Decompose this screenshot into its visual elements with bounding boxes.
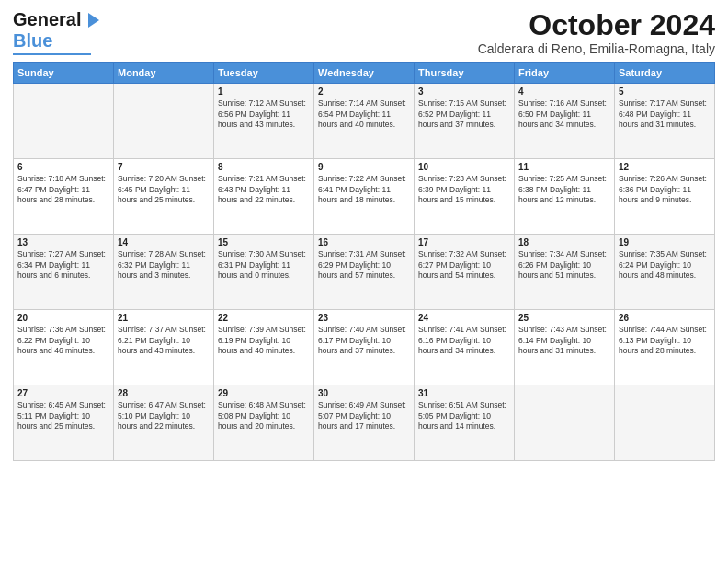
day-number: 11 bbox=[518, 162, 610, 172]
day-info: Sunrise: 6:45 AM Sunset: 5:11 PM Dayligh… bbox=[17, 400, 109, 431]
day-number: 17 bbox=[418, 237, 510, 247]
logo-triangle-icon bbox=[88, 13, 99, 28]
logo-underline bbox=[13, 53, 91, 55]
day-cell: 21Sunrise: 7:37 AM Sunset: 6:21 PM Dayli… bbox=[114, 310, 214, 385]
day-number: 9 bbox=[318, 162, 410, 172]
col-header-tuesday: Tuesday bbox=[214, 63, 314, 84]
logo-general: General bbox=[13, 9, 81, 29]
day-cell: 13Sunrise: 7:27 AM Sunset: 6:34 PM Dayli… bbox=[14, 235, 114, 310]
week-row-3: 20Sunrise: 7:36 AM Sunset: 6:22 PM Dayli… bbox=[14, 310, 715, 385]
day-cell bbox=[14, 84, 114, 159]
day-number: 13 bbox=[17, 237, 109, 247]
title-area: October 2024 Calderara di Reno, Emilia-R… bbox=[478, 9, 715, 56]
day-cell: 12Sunrise: 7:26 AM Sunset: 6:36 PM Dayli… bbox=[615, 159, 715, 235]
day-number: 21 bbox=[118, 313, 210, 323]
day-cell: 14Sunrise: 7:28 AM Sunset: 6:32 PM Dayli… bbox=[114, 235, 214, 310]
header: General Blue October 2024 Calderara di R… bbox=[13, 9, 715, 56]
day-cell: 8Sunrise: 7:21 AM Sunset: 6:43 PM Daylig… bbox=[214, 159, 314, 235]
day-info: Sunrise: 7:39 AM Sunset: 6:19 PM Dayligh… bbox=[218, 325, 310, 356]
day-cell: 1Sunrise: 7:12 AM Sunset: 6:56 PM Daylig… bbox=[214, 84, 314, 159]
day-cell: 5Sunrise: 7:17 AM Sunset: 6:48 PM Daylig… bbox=[615, 84, 715, 159]
page: General Blue October 2024 Calderara di R… bbox=[0, 0, 728, 563]
day-number: 7 bbox=[118, 162, 210, 172]
day-number: 23 bbox=[318, 313, 410, 323]
day-number: 12 bbox=[619, 162, 711, 172]
day-info: Sunrise: 7:31 AM Sunset: 6:29 PM Dayligh… bbox=[318, 249, 410, 281]
day-cell: 4Sunrise: 7:16 AM Sunset: 6:50 PM Daylig… bbox=[515, 84, 615, 159]
day-cell: 29Sunrise: 6:48 AM Sunset: 5:08 PM Dayli… bbox=[214, 385, 314, 461]
day-info: Sunrise: 7:27 AM Sunset: 6:34 PM Dayligh… bbox=[17, 249, 109, 281]
col-header-saturday: Saturday bbox=[615, 63, 715, 84]
day-cell: 15Sunrise: 7:30 AM Sunset: 6:31 PM Dayli… bbox=[214, 235, 314, 310]
day-info: Sunrise: 6:48 AM Sunset: 5:08 PM Dayligh… bbox=[218, 400, 310, 431]
day-number: 4 bbox=[518, 86, 610, 97]
day-cell bbox=[515, 385, 615, 461]
day-cell: 31Sunrise: 6:51 AM Sunset: 5:05 PM Dayli… bbox=[415, 385, 515, 461]
day-number: 24 bbox=[418, 313, 510, 323]
day-info: Sunrise: 7:20 AM Sunset: 6:45 PM Dayligh… bbox=[118, 174, 210, 205]
day-number: 26 bbox=[619, 313, 711, 323]
calendar-table: SundayMondayTuesdayWednesdayThursdayFrid… bbox=[13, 62, 715, 461]
day-info: Sunrise: 7:28 AM Sunset: 6:32 PM Dayligh… bbox=[118, 249, 210, 281]
day-number: 10 bbox=[418, 162, 510, 172]
day-info: Sunrise: 7:43 AM Sunset: 6:14 PM Dayligh… bbox=[518, 325, 610, 356]
day-cell: 10Sunrise: 7:23 AM Sunset: 6:39 PM Dayli… bbox=[415, 159, 515, 235]
day-number: 8 bbox=[218, 162, 310, 172]
logo-blue: Blue bbox=[13, 30, 52, 52]
day-info: Sunrise: 7:40 AM Sunset: 6:17 PM Dayligh… bbox=[318, 325, 410, 356]
day-number: 3 bbox=[418, 86, 510, 97]
col-header-wednesday: Wednesday bbox=[314, 63, 415, 84]
day-info: Sunrise: 7:41 AM Sunset: 6:16 PM Dayligh… bbox=[418, 325, 510, 356]
day-cell: 24Sunrise: 7:41 AM Sunset: 6:16 PM Dayli… bbox=[415, 310, 515, 385]
day-info: Sunrise: 7:18 AM Sunset: 6:47 PM Dayligh… bbox=[17, 174, 109, 205]
col-header-monday: Monday bbox=[114, 63, 214, 84]
logo: General Blue bbox=[13, 9, 99, 55]
day-info: Sunrise: 7:16 AM Sunset: 6:50 PM Dayligh… bbox=[518, 98, 610, 130]
day-number: 22 bbox=[218, 313, 310, 323]
day-number: 18 bbox=[518, 237, 610, 247]
day-number: 31 bbox=[418, 388, 510, 398]
day-cell: 3Sunrise: 7:15 AM Sunset: 6:52 PM Daylig… bbox=[415, 84, 515, 159]
day-cell: 7Sunrise: 7:20 AM Sunset: 6:45 PM Daylig… bbox=[114, 159, 214, 235]
day-number: 6 bbox=[17, 162, 109, 172]
subtitle: Calderara di Reno, Emilia-Romagna, Italy bbox=[478, 41, 715, 56]
day-number: 20 bbox=[17, 313, 109, 323]
day-cell: 18Sunrise: 7:34 AM Sunset: 6:26 PM Dayli… bbox=[515, 235, 615, 310]
day-info: Sunrise: 6:51 AM Sunset: 5:05 PM Dayligh… bbox=[418, 400, 510, 431]
day-cell: 28Sunrise: 6:47 AM Sunset: 5:10 PM Dayli… bbox=[114, 385, 214, 461]
day-number: 15 bbox=[218, 237, 310, 247]
day-info: Sunrise: 7:44 AM Sunset: 6:13 PM Dayligh… bbox=[619, 325, 711, 356]
day-info: Sunrise: 6:47 AM Sunset: 5:10 PM Dayligh… bbox=[118, 400, 210, 431]
day-number: 28 bbox=[118, 388, 210, 398]
col-header-sunday: Sunday bbox=[14, 63, 114, 84]
day-info: Sunrise: 7:15 AM Sunset: 6:52 PM Dayligh… bbox=[418, 98, 510, 130]
day-cell: 26Sunrise: 7:44 AM Sunset: 6:13 PM Dayli… bbox=[615, 310, 715, 385]
day-number: 29 bbox=[218, 388, 310, 398]
day-cell: 27Sunrise: 6:45 AM Sunset: 5:11 PM Dayli… bbox=[14, 385, 114, 461]
day-cell bbox=[615, 385, 715, 461]
day-info: Sunrise: 7:23 AM Sunset: 6:39 PM Dayligh… bbox=[418, 174, 510, 205]
day-info: Sunrise: 7:25 AM Sunset: 6:38 PM Dayligh… bbox=[518, 174, 610, 205]
day-cell: 23Sunrise: 7:40 AM Sunset: 6:17 PM Dayli… bbox=[314, 310, 415, 385]
day-number: 5 bbox=[619, 86, 711, 97]
day-cell bbox=[114, 84, 214, 159]
day-cell: 22Sunrise: 7:39 AM Sunset: 6:19 PM Dayli… bbox=[214, 310, 314, 385]
day-cell: 20Sunrise: 7:36 AM Sunset: 6:22 PM Dayli… bbox=[14, 310, 114, 385]
day-number: 25 bbox=[518, 313, 610, 323]
day-cell: 6Sunrise: 7:18 AM Sunset: 6:47 PM Daylig… bbox=[14, 159, 114, 235]
day-info: Sunrise: 7:30 AM Sunset: 6:31 PM Dayligh… bbox=[218, 249, 310, 281]
day-info: Sunrise: 7:12 AM Sunset: 6:56 PM Dayligh… bbox=[218, 98, 310, 130]
day-cell: 19Sunrise: 7:35 AM Sunset: 6:24 PM Dayli… bbox=[615, 235, 715, 310]
day-number: 16 bbox=[318, 237, 410, 247]
day-cell: 16Sunrise: 7:31 AM Sunset: 6:29 PM Dayli… bbox=[314, 235, 415, 310]
main-title: October 2024 bbox=[478, 9, 715, 41]
day-number: 2 bbox=[318, 86, 410, 97]
day-info: Sunrise: 7:36 AM Sunset: 6:22 PM Dayligh… bbox=[17, 325, 109, 356]
day-number: 1 bbox=[218, 86, 310, 97]
day-cell: 11Sunrise: 7:25 AM Sunset: 6:38 PM Dayli… bbox=[515, 159, 615, 235]
day-info: Sunrise: 7:21 AM Sunset: 6:43 PM Dayligh… bbox=[218, 174, 310, 205]
day-cell: 25Sunrise: 7:43 AM Sunset: 6:14 PM Dayli… bbox=[515, 310, 615, 385]
day-cell: 17Sunrise: 7:32 AM Sunset: 6:27 PM Dayli… bbox=[415, 235, 515, 310]
day-info: Sunrise: 6:49 AM Sunset: 5:07 PM Dayligh… bbox=[318, 400, 410, 431]
col-header-friday: Friday bbox=[515, 63, 615, 84]
